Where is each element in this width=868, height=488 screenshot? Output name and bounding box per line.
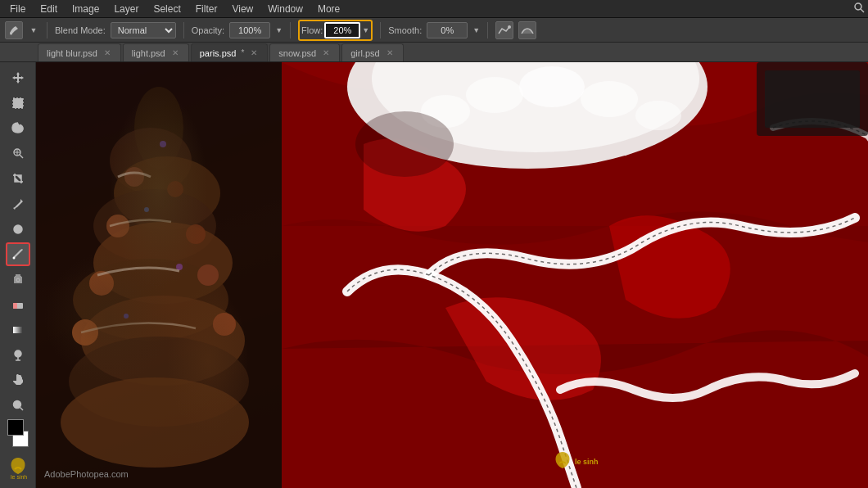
pine-overlay [36,62,282,488]
blend-mode-label: Blend Mode: [55,25,106,35]
toolbar: le sinh [0,62,36,488]
color-swatches[interactable] [4,419,32,447]
brush-tool[interactable] [6,242,30,267]
opacity-dropdown-arrow[interactable]: ▼ [275,26,283,34]
svg-point-57 [355,111,454,177]
svg-rect-16 [13,327,23,333]
tab-light[interactable]: light.psd ✕ [123,43,189,61]
eyedropper-tool[interactable] [6,192,30,216]
separator-1 [47,22,47,38]
tab-snow[interactable]: snow.psd ✕ [269,43,340,61]
main-area: le sinh [0,62,868,488]
canvas-right[interactable]: le sinh [282,62,868,488]
menu-more[interactable]: More [311,2,346,16]
foreground-color-swatch[interactable] [7,419,24,436]
svg-line-1 [861,9,864,12]
svg-point-0 [855,3,861,10]
crop-tool[interactable] [6,166,30,191]
tab-paris[interactable]: paris.psd * ✕ [191,43,269,61]
separator-5 [487,22,488,38]
opacity-label: Opacity: [192,25,224,35]
svg-rect-15 [13,303,17,309]
svg-point-17 [15,350,21,357]
menu-edit[interactable]: Edit [34,2,64,16]
svg-point-3 [508,25,511,29]
svg-point-52 [519,66,585,107]
svg-text:le sinh: le sinh [11,474,27,480]
canvas-left[interactable]: AdobePhotopea.com [36,62,282,488]
menu-window[interactable]: Window [261,2,310,16]
flow-dropdown-arrow[interactable]: ▼ [362,26,369,34]
menu-filter[interactable]: Filter [189,2,224,16]
flow-input[interactable] [324,22,360,38]
search-icon[interactable] [853,2,865,13]
svg-point-2 [10,32,12,34]
svg-rect-56 [765,70,860,128]
blend-mode-select[interactable]: Normal Multiply Screen Overlay [111,22,176,38]
tab-close-snow[interactable]: ✕ [321,47,331,58]
tab-girl[interactable]: girl.psd ✕ [341,43,403,61]
opacity-input[interactable] [229,22,270,38]
watermark-url: AdobePhotopea.com [44,468,129,480]
menu-image[interactable]: Image [66,2,106,16]
menu-select[interactable]: Select [147,2,187,16]
svg-rect-4 [13,98,23,108]
clone-stamp-tool[interactable] [6,267,30,291]
watermark-right: le sinh [546,448,604,480]
separator-4 [380,22,381,38]
flow-group: Flow: ▼ [298,20,373,41]
menu-view[interactable]: View [225,2,260,16]
separator-3 [290,22,291,38]
svg-line-21 [20,408,23,411]
marquee-tool[interactable] [6,91,30,115]
tabs-bar: light blur.psd ✕ light.psd ✕ paris.psd *… [0,43,868,62]
flow-label: Flow: [301,25,323,35]
smooth-label: Smooth: [388,25,422,35]
app-logo: le sinh [3,451,33,483]
pressure-opacity-btn[interactable] [495,21,513,39]
smooth-dropdown-arrow[interactable]: ▼ [472,26,480,34]
svg-point-54 [635,101,681,130]
svg-point-12 [12,257,15,260]
menu-file[interactable]: File [3,2,32,16]
zoom-tool[interactable] [6,393,30,418]
eraser-tool[interactable] [6,292,30,317]
separator-2 [183,22,184,38]
tab-close-girl[interactable]: ✕ [385,47,395,58]
quick-select-tool[interactable] [6,141,30,165]
svg-line-6 [20,155,23,158]
svg-point-53 [581,81,638,117]
smooth-input[interactable] [427,22,468,38]
dodge-tool[interactable] [6,343,30,368]
healing-brush-tool[interactable] [6,217,30,242]
brush-tool-icon[interactable] [5,21,23,39]
pressure-size-btn[interactable] [518,21,536,39]
canvas-area[interactable]: AdobePhotopea.com [36,62,868,488]
menu-bar: File Edit Image Layer Select Filter View… [0,0,868,18]
tab-close-paris[interactable]: ✕ [249,47,259,58]
svg-point-51 [466,77,523,113]
hand-tool[interactable] [6,368,30,393]
svg-text:le sinh: le sinh [575,458,599,466]
tab-close-light[interactable]: ✕ [170,47,180,58]
tab-light-blur[interactable]: light blur.psd ✕ [38,43,121,61]
options-bar: ▼ Blend Mode: Normal Multiply Screen Ove… [0,18,868,43]
lasso-tool[interactable] [6,116,30,141]
brush-options-dropdown[interactable]: ▼ [28,21,39,39]
gradient-tool[interactable] [6,318,30,342]
tab-close-light-blur[interactable]: ✕ [102,47,112,58]
menu-layer[interactable]: Layer [107,2,145,16]
move-tool[interactable] [6,66,30,90]
